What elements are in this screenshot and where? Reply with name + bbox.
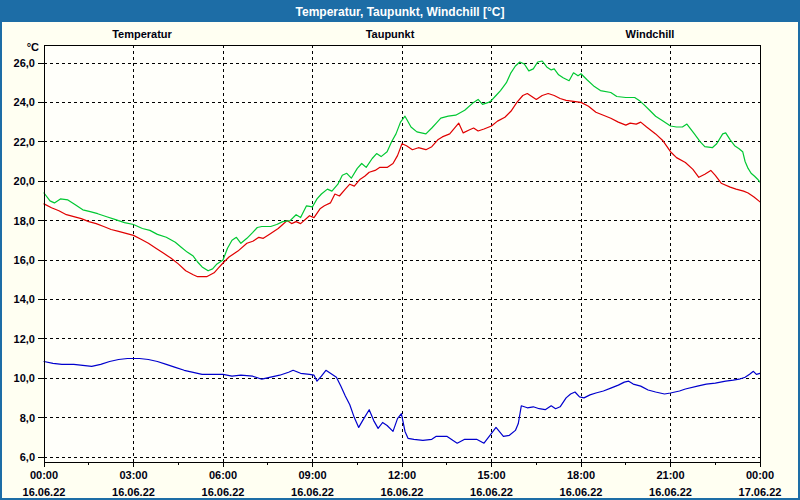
x-tick-date-label: 17.06.22 bbox=[739, 486, 782, 498]
x-tick-time-label: 03:00 bbox=[119, 469, 147, 481]
y-tick-label: 26,0 bbox=[14, 57, 35, 69]
x-tick-date-label: 16.06.22 bbox=[381, 486, 424, 498]
x-tick-date-label: 16.06.22 bbox=[291, 486, 334, 498]
y-tick-label: 16,0 bbox=[14, 254, 35, 266]
y-tick-label: 18,0 bbox=[14, 215, 35, 227]
legend-item-taupunkt: Taupunkt bbox=[366, 28, 415, 40]
x-tick-time-label: 12:00 bbox=[388, 469, 416, 481]
x-tick-date-label: 16.06.22 bbox=[23, 486, 66, 498]
x-tick-time-label: 18:00 bbox=[567, 469, 595, 481]
y-tick-label: 12,0 bbox=[14, 333, 35, 345]
y-tick-label: 10,0 bbox=[14, 372, 35, 384]
x-tick-time-label: 09:00 bbox=[298, 469, 326, 481]
x-tick-date-label: 16.06.22 bbox=[202, 486, 245, 498]
x-tick-date-label: 16.06.22 bbox=[112, 486, 155, 498]
legend-item-windchill: Windchill bbox=[626, 28, 675, 40]
y-tick-label: 24,0 bbox=[14, 96, 35, 108]
y-tick-label: 14,0 bbox=[14, 293, 35, 305]
x-tick-time-label: 21:00 bbox=[656, 469, 684, 481]
x-tick-time-label: 15:00 bbox=[477, 469, 505, 481]
legend-item-temperatur: Temperatur bbox=[112, 28, 172, 40]
weather-chart-window: Temperatur, Taupunkt, Windchill [°C] Tem… bbox=[0, 0, 800, 500]
y-tick-label: 20,0 bbox=[14, 175, 35, 187]
y-tick-label: 8,0 bbox=[20, 412, 35, 424]
chart-canvas: Temperatur Taupunkt Windchill °C 26,024,… bbox=[2, 22, 798, 498]
x-tick-time-label: 00:00 bbox=[30, 469, 58, 481]
y-tick-label: 6,0 bbox=[20, 451, 35, 463]
chart-title-bar: Temperatur, Taupunkt, Windchill [°C] bbox=[2, 2, 798, 22]
x-tick-date-label: 16.06.22 bbox=[560, 486, 603, 498]
y-tick-label: 22,0 bbox=[14, 136, 35, 148]
chart-title: Temperatur, Taupunkt, Windchill [°C] bbox=[296, 5, 505, 19]
x-tick-date-label: 16.06.22 bbox=[470, 486, 513, 498]
x-tick-time-label: 00:00 bbox=[746, 469, 774, 481]
y-axis-unit-label: °C bbox=[27, 41, 39, 53]
x-tick-time-label: 06:00 bbox=[209, 469, 237, 481]
x-tick-date-label: 16.06.22 bbox=[649, 486, 692, 498]
